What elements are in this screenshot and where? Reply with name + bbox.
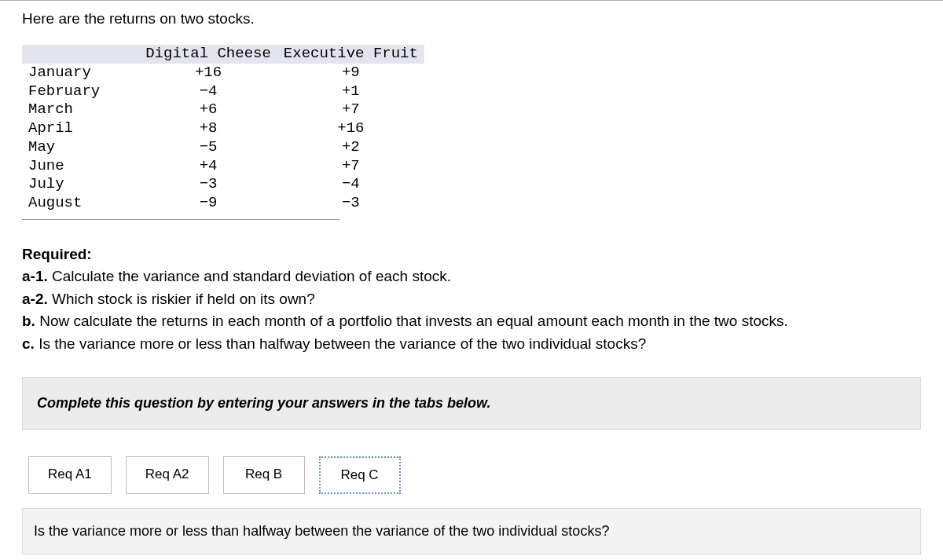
instruction-box: Complete this question by entering your … xyxy=(22,377,921,430)
table-row: March +6 +7 xyxy=(22,101,424,119)
tab-req-c[interactable]: Req C xyxy=(319,456,401,494)
tabs-row: Req A1 Req A2 Req B Req C xyxy=(22,456,921,494)
table-header-stock1: Digital Cheese xyxy=(139,45,277,64)
tab-req-a1[interactable]: Req A1 xyxy=(28,456,112,494)
required-c: c. Is the variance more or less than hal… xyxy=(22,333,921,356)
table-row: June +4 +7 xyxy=(22,157,424,176)
table-row: July −3 −4 xyxy=(22,175,424,194)
table-header-stock2: Executive Fruit xyxy=(277,45,424,64)
table-bottom-rule xyxy=(22,219,340,220)
table-row: January +16 +9 xyxy=(22,64,424,82)
intro-text: Here are the returns on two stocks. xyxy=(22,10,921,27)
tab-req-a2[interactable]: Req A2 xyxy=(126,456,209,494)
tab-req-b[interactable]: Req B xyxy=(223,456,305,494)
table-row: May −5 +2 xyxy=(22,138,424,157)
table-row: April +8 +16 xyxy=(22,119,424,138)
required-a1: a-1. Calculate the variance and standard… xyxy=(22,265,921,288)
returns-table: Digital Cheese Executive Fruit January +… xyxy=(22,45,424,213)
required-block: Required: a-1. Calculate the variance an… xyxy=(22,243,921,356)
table-row: February −4 +1 xyxy=(22,82,424,101)
table-header-blank xyxy=(22,45,139,64)
table-row: August −9 −3 xyxy=(22,194,424,213)
question-box: Is the variance more or less than halfwa… xyxy=(22,508,921,555)
required-a2: a-2. Which stock is riskier if held on i… xyxy=(22,288,921,311)
required-b: b. Now calculate the returns in each mon… xyxy=(22,310,921,333)
required-label: Required: xyxy=(22,243,921,266)
